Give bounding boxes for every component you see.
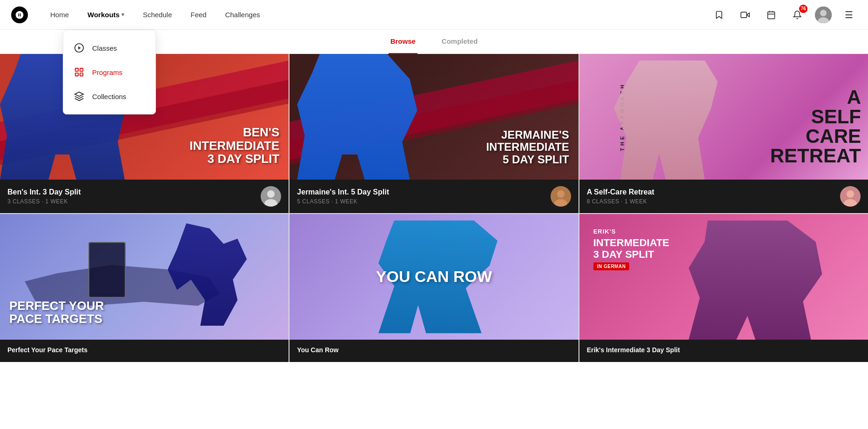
in-german-badge: IN GERMAN xyxy=(593,262,630,270)
svg-point-7 xyxy=(820,10,827,16)
instructor-avatar xyxy=(261,186,281,207)
layers-icon xyxy=(73,90,86,103)
svg-point-20 xyxy=(557,190,565,198)
nav-schedule[interactable]: Schedule xyxy=(135,7,180,22)
dropdown-classes[interactable]: Classes xyxy=(63,36,155,60)
instructor-avatar xyxy=(840,186,861,207)
video-button[interactable] xyxy=(737,7,754,23)
card-meta: 8 CLASSES · 1 WEEK xyxy=(587,198,654,205)
svg-rect-1 xyxy=(741,12,747,18)
calendar-button[interactable] xyxy=(763,7,780,23)
grid-icon xyxy=(73,66,86,79)
svg-marker-15 xyxy=(75,92,83,96)
svg-rect-13 xyxy=(75,73,78,76)
card-title: Jermaine's Int. 5 Day Split xyxy=(297,188,389,196)
chevron-down-icon: ▾ xyxy=(121,12,124,18)
navbar: Home Workouts ▾ Schedule Feed Challenges… xyxy=(0,0,868,30)
nav-feed[interactable]: Feed xyxy=(183,7,214,22)
card-pace-targets[interactable]: PERFECT YOURPACE TARGETS Perfect Your Pa… xyxy=(0,214,289,362)
card-meta: 3 CLASSES · 1 WEEK xyxy=(7,198,81,205)
svg-marker-0 xyxy=(747,13,749,16)
svg-point-17 xyxy=(267,190,275,198)
dropdown-collections[interactable]: Collections xyxy=(63,84,155,108)
svg-marker-10 xyxy=(78,46,81,49)
svg-rect-14 xyxy=(80,73,83,76)
notification-count: 76 xyxy=(799,5,807,13)
nav-challenges[interactable]: Challenges xyxy=(218,7,268,22)
play-circle-icon xyxy=(73,41,86,54)
workouts-dropdown: Classes Programs Collections xyxy=(63,30,156,114)
logo[interactable] xyxy=(11,7,28,23)
bookmark-button[interactable] xyxy=(711,7,727,23)
card-title: Erik's Intermediate 3 Day Split xyxy=(587,346,680,354)
hamburger-menu[interactable]: ☰ xyxy=(841,6,857,24)
svg-rect-2 xyxy=(768,12,775,19)
instructor-avatar xyxy=(551,186,571,207)
card-title: A Self-Care Retreat xyxy=(587,188,654,196)
card-title: Perfect Your Pace Targets xyxy=(7,346,87,354)
nav-home[interactable]: Home xyxy=(43,7,76,22)
card-jermaines-split[interactable]: JERMAINE'SINTERMEDIATE5 DAY SPLIT Jermai… xyxy=(289,54,578,213)
card-you-can-row[interactable]: YOU CAN ROW You Can Row xyxy=(289,214,578,362)
nav-right: 76 ☰ xyxy=(711,6,857,24)
svg-point-23 xyxy=(847,190,854,198)
card-eriks-split[interactable]: ERIK'S INTERMEDIATE3 DAY SPLIT IN GERMAN… xyxy=(579,214,868,362)
svg-rect-12 xyxy=(80,68,83,71)
card-self-care[interactable]: THE APPROACH ASELFCARERETREAT A Self-Car… xyxy=(579,54,868,213)
nav-workouts[interactable]: Workouts ▾ xyxy=(80,7,132,22)
tab-browse[interactable]: Browse xyxy=(389,30,417,54)
card-title: You Can Row xyxy=(297,346,338,354)
notifications-button[interactable]: 76 xyxy=(789,7,806,23)
svg-rect-11 xyxy=(75,68,78,71)
card-title: Ben's Int. 3 Day Split xyxy=(7,188,81,196)
dropdown-programs[interactable]: Programs xyxy=(63,60,155,84)
user-avatar[interactable] xyxy=(815,7,832,23)
nav-links: Home Workouts ▾ Schedule Feed Challenges xyxy=(43,7,268,22)
card-meta: 5 CLASSES · 1 WEEK xyxy=(297,198,389,205)
tab-completed[interactable]: Completed xyxy=(440,30,480,54)
